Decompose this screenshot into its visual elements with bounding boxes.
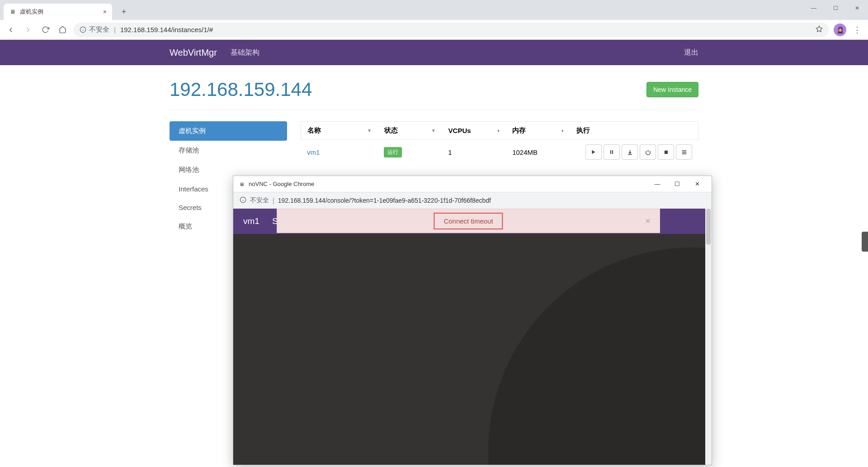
popup-address-bar[interactable]: 不安全 | 192.168.159.144/console/?token=1-1… (233, 192, 712, 209)
sort-icon[interactable]: ▼ (431, 128, 436, 133)
maximize-button[interactable]: ☐ (825, 0, 846, 16)
th-vcpus[interactable]: VCPUs (448, 127, 471, 134)
vm-name-link[interactable]: vm1 (307, 148, 320, 156)
svg-rect-5 (610, 150, 611, 154)
svg-rect-9 (664, 150, 667, 153)
download-button[interactable] (622, 144, 638, 160)
sidebar-item-storage[interactable]: 存储池 (170, 141, 287, 160)
popup-titlebar[interactable]: 🖥 noVNC - Google Chrome — ☐ ✕ (233, 176, 712, 192)
popup-close-button[interactable]: ✕ (687, 176, 707, 192)
page-header: 192.168.159.144 New Instance (170, 79, 698, 110)
th-status[interactable]: 状态 (384, 126, 398, 135)
minimize-button[interactable]: — (803, 0, 825, 16)
browser-toolbar: 不安全 | 192.168.159.144/instances/1/# 🧕 ⋮ (0, 20, 868, 40)
vnc-console-area[interactable] (233, 234, 705, 465)
novnc-popup-window: 🖥 noVNC - Google Chrome — ☐ ✕ 不安全 | 192.… (233, 176, 712, 465)
popup-not-secure-label: 不安全 (250, 196, 269, 205)
app-navbar: WebVirtMgr 基础架构 退出 (0, 40, 868, 65)
tab-title: 虚机实例 (20, 8, 99, 16)
browser-menu-button[interactable]: ⋮ (851, 25, 863, 35)
popup-page: vm1 S Connect timeout × (233, 209, 712, 465)
window-controls: — ☐ ✕ (803, 0, 868, 16)
popup-minimize-button[interactable]: — (647, 176, 667, 192)
svg-rect-6 (612, 150, 613, 154)
popup-favicon-icon: 🖥 (238, 181, 245, 188)
addr-separator: | (114, 26, 116, 33)
tab-favicon-icon: 🖥 (9, 8, 16, 15)
close-tab-icon[interactable]: × (103, 8, 107, 15)
table-row: vm1 运行 1 1024MB (301, 140, 698, 164)
alert-close-icon[interactable]: × (645, 216, 651, 226)
action-group (576, 144, 692, 160)
vcpu-value: 1 (448, 148, 452, 156)
th-name[interactable]: 名称 (307, 126, 321, 135)
play-button[interactable] (585, 144, 602, 160)
table-header: 名称▼ 状态▼ VCPUs♦ 内存♦ 执行 (301, 121, 698, 140)
console-shadow-arc (488, 248, 712, 465)
popup-url-text: 192.168.159.144/console/?token=1-1e09fae… (278, 197, 491, 204)
popup-maximize-button[interactable]: ☐ (667, 176, 687, 192)
browser-tab[interactable]: 🖥 虚机实例 × (4, 4, 112, 20)
nav-infrastructure-link[interactable]: 基础架构 (231, 48, 259, 57)
new-instance-button[interactable]: New Instance (646, 82, 698, 97)
nav-logout-link[interactable]: 退出 (684, 48, 698, 57)
reload-button[interactable] (39, 24, 52, 36)
back-button[interactable] (5, 24, 17, 36)
edge-tab-handle[interactable] (862, 232, 868, 252)
forward-button[interactable] (22, 24, 34, 36)
svg-marker-3 (816, 26, 822, 32)
memory-value: 1024MB (512, 148, 538, 156)
new-tab-button[interactable]: + (118, 5, 130, 18)
page-title: 192.168.159.144 (170, 79, 312, 100)
address-bar[interactable]: 不安全 | 192.168.159.144/instances/1/# (73, 23, 829, 37)
sort-dual-icon[interactable]: ♦ (497, 128, 500, 133)
svg-marker-4 (592, 150, 595, 154)
th-action: 执行 (576, 126, 590, 135)
popup-scrollbar[interactable] (705, 209, 712, 465)
sidebar-item-instances[interactable]: 虚机实例 (170, 121, 287, 141)
not-secure-label: 不安全 (89, 25, 109, 34)
browser-chrome: 🖥 虚机实例 × + — ☐ ✕ 不安全 | 192.168.159.144 (0, 0, 868, 40)
th-memory[interactable]: 内存 (512, 126, 526, 135)
popup-window-title: noVNC - Google Chrome (249, 181, 314, 187)
site-info-icon[interactable]: 不安全 (80, 25, 109, 34)
pause-button[interactable] (604, 144, 620, 160)
alert-message: Connect timeout (434, 213, 503, 229)
tab-strip: 🖥 虚机实例 × + (0, 0, 868, 20)
url-text: 192.168.159.144/instances/1/# (120, 26, 213, 33)
status-badge: 运行 (384, 147, 402, 157)
brand-label[interactable]: WebVirtMgr (170, 48, 217, 58)
power-button[interactable] (640, 144, 656, 160)
bookmark-star-icon[interactable] (816, 25, 823, 34)
popup-site-info-icon[interactable] (240, 196, 246, 205)
home-button[interactable] (56, 24, 69, 36)
popup-vm-label: vm1 (243, 216, 259, 226)
profile-avatar[interactable]: 🧕 (834, 24, 846, 36)
sort-dual-icon[interactable]: ♦ (561, 128, 564, 133)
scroll-thumb[interactable] (706, 209, 711, 245)
close-window-button[interactable]: ✕ (846, 0, 868, 16)
console-button[interactable] (676, 144, 692, 160)
sort-icon[interactable]: ▼ (367, 128, 372, 133)
popup-addr-separator: | (273, 197, 274, 204)
stop-button[interactable] (658, 144, 674, 160)
alert-banner: Connect timeout × (277, 209, 660, 233)
